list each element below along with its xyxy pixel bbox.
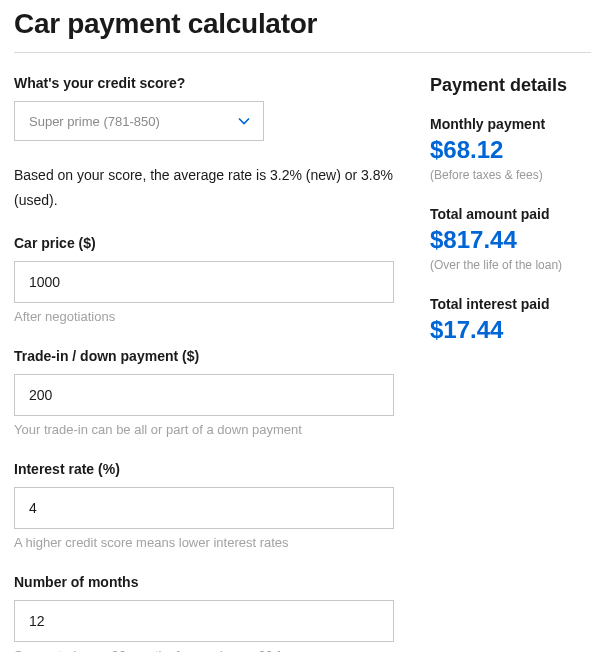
rate-info-text: Based on your score, the average rate is… <box>14 163 394 213</box>
months-input[interactable] <box>14 600 394 642</box>
interest-rate-label: Interest rate (%) <box>14 461 394 477</box>
car-price-helper: After negotiations <box>14 309 394 326</box>
total-paid-label: Total amount paid <box>430 206 591 222</box>
total-paid-note: (Over the life of the loan) <box>430 258 591 272</box>
total-interest-value: $17.44 <box>430 316 591 344</box>
interest-rate-helper: A higher credit score means lower intere… <box>14 535 394 552</box>
monthly-payment-value: $68.12 <box>430 136 591 164</box>
trade-in-label: Trade-in / down payment ($) <box>14 348 394 364</box>
monthly-payment-label: Monthly payment <box>430 116 591 132</box>
page-title: Car payment calculator <box>14 8 591 40</box>
trade-in-input[interactable] <box>14 374 394 416</box>
divider <box>14 52 591 53</box>
trade-in-helper: Your trade-in can be all or part of a do… <box>14 422 394 439</box>
credit-score-select[interactable]: Super prime (781-850) <box>14 101 264 141</box>
total-paid-value: $817.44 <box>430 226 591 254</box>
interest-rate-input[interactable] <box>14 487 394 529</box>
summary-column: Payment details Monthly payment $68.12 (… <box>430 75 591 652</box>
monthly-payment-note: (Before taxes & fees) <box>430 168 591 182</box>
summary-title: Payment details <box>430 75 591 96</box>
months-helper: Suggested max: 36 months for used cars, … <box>14 648 394 652</box>
months-label: Number of months <box>14 574 394 590</box>
credit-score-selected-value: Super prime (781-850) <box>29 114 160 129</box>
form-column: What's your credit score? Super prime (7… <box>14 75 394 652</box>
total-interest-label: Total interest paid <box>430 296 591 312</box>
credit-score-label: What's your credit score? <box>14 75 394 91</box>
car-price-label: Car price ($) <box>14 235 394 251</box>
car-price-input[interactable] <box>14 261 394 303</box>
